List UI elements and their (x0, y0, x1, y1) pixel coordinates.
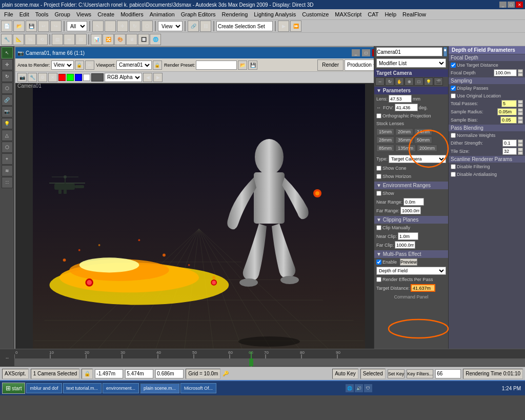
y-coord-input[interactable] (125, 369, 153, 378)
render-icon3[interactable]: ⚙ (38, 73, 47, 82)
tile-size-input[interactable] (502, 148, 517, 155)
tool-geometry[interactable]: ⬡ (2, 142, 13, 153)
material-btn[interactable]: 🎨 (114, 34, 126, 45)
redo-btn[interactable]: ↪ (50, 21, 62, 32)
tool-scale[interactable]: ⬡ (2, 83, 13, 94)
show-cone-checkbox[interactable] (376, 166, 381, 171)
taskbar-text-tutorial[interactable]: text tutorial.m... (63, 383, 102, 393)
link-btn[interactable]: 🔗 (188, 21, 199, 32)
move-btn[interactable]: ✛ (117, 21, 128, 32)
menu-edit[interactable]: Edit (16, 10, 32, 18)
select-btn[interactable]: ↖ (92, 21, 104, 32)
render-icon1[interactable]: 📷 (17, 73, 27, 82)
save-btn[interactable]: 💾 (26, 21, 37, 32)
tool-shape[interactable]: △ (2, 130, 13, 141)
menu-graph-editors[interactable]: Graph Editors (178, 10, 219, 18)
channel-select[interactable]: RGB Alpha (105, 73, 142, 82)
menu-realflow[interactable]: RealFlow (399, 10, 429, 18)
render-mode-select[interactable]: Production (345, 59, 374, 71)
multipass-header[interactable]: ▼ Multi-Pass Effect (374, 250, 448, 258)
tool-spacewarp[interactable]: ≋ (2, 165, 13, 176)
render-btn[interactable]: 🔲 (138, 34, 149, 45)
angle-snap-btn[interactable]: 📐 (13, 34, 24, 45)
lens-135[interactable]: 135mm (395, 145, 416, 152)
new-btn[interactable]: 📄 (1, 21, 12, 32)
use-orig-loc-checkbox[interactable] (451, 93, 456, 98)
dither-up[interactable]: ▲ (518, 139, 523, 143)
disable-aa-checkbox[interactable] (451, 172, 456, 177)
menu-customize[interactable]: Customize (299, 10, 332, 18)
normalize-weights-checkbox[interactable] (451, 133, 456, 138)
rotate-btn[interactable]: ↻ (129, 21, 140, 32)
env-show-checkbox[interactable] (376, 191, 381, 196)
menu-maxscript[interactable]: MAXScript (332, 10, 365, 18)
sample-radius-input[interactable] (497, 108, 517, 115)
render-close[interactable]: ✕ (372, 49, 374, 56)
modifier-list-select[interactable]: Modifier List (376, 58, 446, 68)
preset-save-btn[interactable]: 💾 (248, 61, 257, 70)
lock-render-btn[interactable]: 🔒 (75, 61, 84, 70)
percent-snap-btn[interactable]: % (25, 34, 36, 45)
render-icon4[interactable]: ✕ (48, 73, 57, 82)
menu-views[interactable]: Views (73, 10, 94, 18)
near-range-value[interactable] (403, 198, 424, 206)
tool-particle[interactable]: ∷ (2, 177, 13, 188)
taskbar-microsoft[interactable]: Microsoft Of... (180, 383, 216, 393)
cam-tool-field[interactable]: □ (414, 77, 423, 86)
env-btn[interactable]: 🌐 (150, 34, 161, 45)
taskbar-mblur[interactable]: mblur and dof (26, 383, 62, 393)
sample-bias-down[interactable]: ▼ (518, 120, 523, 124)
lens-200[interactable]: 200mm (417, 145, 437, 152)
lens-85[interactable]: 85mm (376, 145, 394, 152)
tool-link[interactable]: 🔗 (2, 94, 13, 106)
lens-50[interactable]: 50mm (414, 136, 432, 144)
tool-helper[interactable]: + (2, 153, 13, 165)
tile-down[interactable]: ▼ (518, 151, 523, 155)
lens-28[interactable]: 28mm (376, 136, 394, 144)
open-btn[interactable]: 📂 (13, 21, 25, 32)
align-btn[interactable]: ⊟ (75, 34, 87, 45)
menu-file[interactable]: File (1, 10, 16, 18)
filter-dropdown[interactable]: All (67, 21, 87, 31)
display-passes-checkbox[interactable] (451, 86, 456, 91)
frame-input[interactable] (435, 369, 461, 378)
far-clip-value[interactable] (395, 241, 415, 249)
tool-camera[interactable]: 📷 (2, 106, 13, 117)
menu-tools[interactable]: Tools (32, 10, 52, 18)
menu-animation[interactable]: Animation (147, 10, 178, 18)
focal-depth-up[interactable]: ▲ (518, 69, 523, 73)
play-btn[interactable]: ▶ (278, 21, 289, 32)
cam-tool-light[interactable]: 💡 (424, 77, 433, 86)
sample-radius-up[interactable]: ▲ (518, 108, 523, 112)
selection-input[interactable] (216, 21, 273, 31)
lens-20[interactable]: 20mm (395, 128, 413, 135)
mirror-btn[interactable]: ⇔ (64, 34, 75, 45)
render-button[interactable]: Render (317, 59, 344, 71)
preview-button[interactable]: Preview (400, 258, 417, 266)
viewport-select[interactable]: Camera01 (116, 61, 152, 70)
tool-light[interactable]: 💡 (2, 118, 13, 129)
channel-next[interactable]: ▶ (153, 73, 163, 82)
lens-value[interactable] (389, 95, 412, 103)
z-coord-input[interactable] (155, 369, 184, 378)
enable-checkbox[interactable] (376, 259, 381, 265)
clip-manual-checkbox[interactable] (376, 225, 381, 230)
total-passes-up[interactable]: ▲ (518, 100, 523, 104)
use-target-dist-checkbox[interactable] (451, 63, 456, 68)
target-camera-header[interactable]: Target Camera (374, 69, 448, 77)
tool-rotate[interactable]: ↻ (2, 71, 13, 82)
render-preset-input[interactable] (196, 61, 237, 70)
render-icon2[interactable]: 🔧 (28, 73, 37, 82)
params-header[interactable]: ▼ Parameters (374, 87, 448, 94)
menu-lighting[interactable]: Lighting Analysis (251, 10, 299, 18)
tile-up[interactable]: ▲ (518, 148, 523, 151)
dither-strength-input[interactable] (502, 139, 517, 147)
graph-editor-btn[interactable]: 📊 (91, 34, 102, 45)
render-effects-checkbox[interactable] (376, 277, 381, 282)
cam-tool-pan[interactable]: ✋ (395, 77, 404, 86)
ortho-checkbox[interactable] (376, 113, 381, 118)
lens-24[interactable]: 24mm (414, 128, 432, 135)
env-ranges-header[interactable]: ▼ Environment Ranges (374, 182, 448, 189)
target-dist-value[interactable] (411, 284, 435, 292)
close-button[interactable]: ✕ (516, 2, 523, 8)
